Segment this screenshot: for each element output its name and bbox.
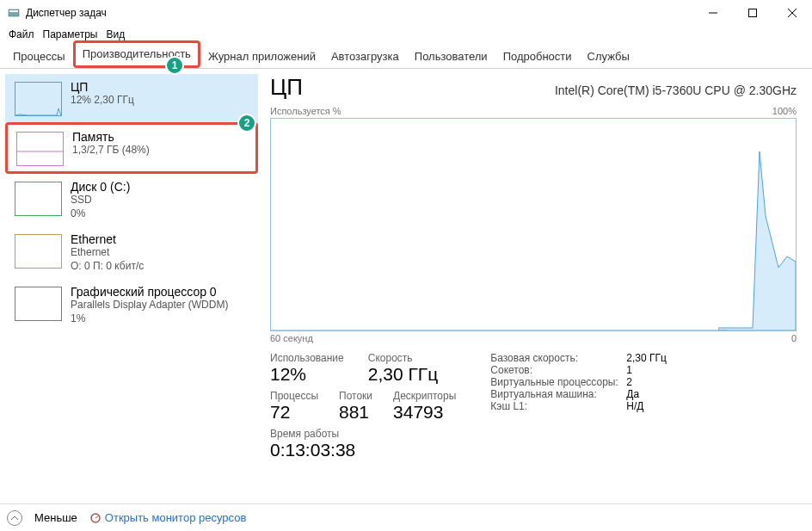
- open-resource-monitor[interactable]: Открыть монитор ресурсов: [89, 511, 246, 524]
- window-title: Диспетчер задач: [26, 7, 693, 19]
- menu-file[interactable]: Файл: [5, 27, 38, 42]
- chart-label-bottom-left: 60 секунд: [270, 333, 313, 343]
- sockets-k: Сокетов:: [490, 364, 626, 376]
- footer: Меньше Открыть монитор ресурсов: [0, 503, 812, 531]
- speed-value: 2,30 ГГц: [368, 364, 438, 385]
- sockets-v: 1: [626, 364, 632, 376]
- processes-label: Процессы: [270, 390, 318, 402]
- l1-v: Н/Д: [626, 400, 643, 412]
- sidebar-item-ethernet[interactable]: Ethernet Ethernet О: 0 П: 0 кбит/с: [5, 226, 258, 279]
- vproc-k: Виртуальные процессоры:: [490, 376, 626, 388]
- sidebar-eth-title: Ethernet: [71, 232, 144, 246]
- tab-details[interactable]: Подробности: [495, 45, 580, 68]
- sidebar-cpu-sub: 12% 2,30 ГГц: [71, 94, 134, 108]
- tab-app-history[interactable]: Журнал приложений: [200, 45, 323, 68]
- chart-label-top-right: 100%: [772, 106, 797, 116]
- chart-label-top-left: Используется %: [270, 106, 341, 116]
- tab-services[interactable]: Службы: [580, 45, 637, 68]
- fewer-details[interactable]: Меньше: [34, 511, 77, 524]
- usage-value: 12%: [270, 364, 344, 385]
- threads-label: Потоки: [339, 390, 372, 402]
- vm-v: Да: [626, 388, 639, 400]
- usage-label: Использование: [270, 352, 344, 364]
- svg-line-8: [95, 516, 98, 518]
- uptime-value: 0:13:03:38: [270, 440, 456, 460]
- threads-value: 881: [339, 402, 372, 423]
- cpu-model: Intel(R) Core(TM) i5-7360U CPU @ 2.30GHz: [555, 83, 797, 97]
- svg-rect-1: [9, 10, 18, 12]
- sidebar-disk-sub2: 0%: [71, 207, 130, 221]
- uptime-label: Время работы: [270, 428, 456, 440]
- sidebar-item-disk[interactable]: Диск 0 (C:) SSD 0%: [5, 174, 258, 226]
- heading-cpu: ЦП: [270, 74, 303, 101]
- tab-processes[interactable]: Процессы: [5, 45, 73, 68]
- minimize-button[interactable]: [693, 0, 733, 26]
- tab-startup[interactable]: Автозагрузка: [323, 45, 407, 68]
- monitor-icon: [89, 512, 102, 524]
- svg-rect-3: [749, 9, 757, 17]
- sidebar-disk-sub1: SSD: [71, 194, 130, 207]
- titlebar: Диспетчер задач: [0, 0, 812, 26]
- base-speed-v: 2,30 ГГц: [626, 352, 667, 364]
- thumb-ethernet: [15, 234, 62, 269]
- handles-label: Дескрипторы: [393, 390, 456, 402]
- base-speed-k: Базовая скорость:: [490, 352, 626, 364]
- sidebar: ЦП 12% 2,30 ГГц Память 1,3/2,7 ГБ (48%) …: [0, 69, 258, 503]
- thumb-gpu: [15, 287, 62, 321]
- sidebar-gpu-sub2: 1%: [71, 312, 228, 326]
- thumb-memory: [16, 132, 64, 166]
- app-icon: [7, 6, 21, 20]
- speed-label: Скорость: [368, 352, 438, 364]
- close-button[interactable]: [772, 0, 812, 26]
- vproc-v: 2: [626, 376, 632, 388]
- processes-value: 72: [270, 402, 318, 423]
- sidebar-eth-sub1: Ethernet: [71, 246, 144, 260]
- fewer-details-icon[interactable]: [7, 510, 22, 526]
- sidebar-memory-title: Память: [72, 130, 150, 144]
- sidebar-item-gpu[interactable]: Графический процессор 0 Parallels Displa…: [5, 279, 258, 331]
- tab-bar: Процессы Производительность Журнал прило…: [0, 43, 812, 69]
- maximize-button[interactable]: [733, 0, 772, 26]
- thumb-cpu: [15, 82, 62, 116]
- handles-value: 34793: [393, 402, 456, 423]
- l1-k: Кэш L1:: [490, 400, 626, 412]
- sidebar-item-memory[interactable]: Память 1,3/2,7 ГБ (48%): [5, 122, 258, 174]
- annotation-badge-2: 2: [237, 114, 256, 133]
- sidebar-disk-title: Диск 0 (C:): [71, 180, 130, 194]
- sidebar-gpu-title: Графический процессор 0: [71, 285, 228, 299]
- annotation-badge-1: 1: [165, 56, 184, 75]
- chart-label-bottom-right: 0: [791, 333, 797, 343]
- sidebar-cpu-title: ЦП: [71, 80, 134, 94]
- vm-k: Виртуальная машина:: [490, 388, 626, 400]
- main-panel: ЦП Intel(R) Core(TM) i5-7360U CPU @ 2.30…: [258, 69, 812, 503]
- sidebar-memory-sub: 1,3/2,7 ГБ (48%): [72, 144, 150, 157]
- cpu-usage-chart[interactable]: [270, 118, 797, 331]
- tab-users[interactable]: Пользователи: [407, 45, 495, 68]
- sidebar-eth-sub2: О: 0 П: 0 кбит/с: [71, 260, 144, 274]
- sidebar-gpu-sub1: Parallels Display Adapter (WDDM): [71, 299, 228, 312]
- sidebar-item-cpu[interactable]: ЦП 12% 2,30 ГГц: [5, 74, 258, 122]
- thumb-disk: [15, 182, 62, 216]
